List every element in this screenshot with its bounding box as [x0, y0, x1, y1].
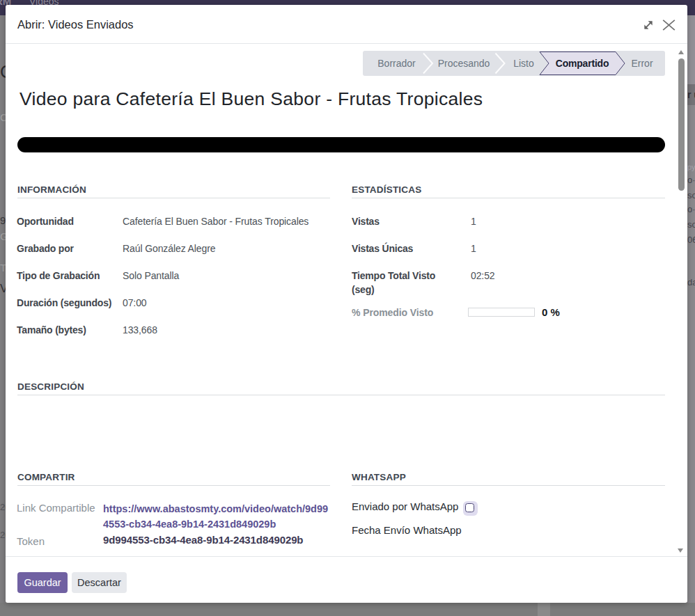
- svg-text:Borrador: Borrador: [377, 58, 416, 69]
- svg-text:Compartido: Compartido: [556, 58, 609, 69]
- svg-text:Listo: Listo: [513, 58, 534, 69]
- svg-text:Error: Error: [631, 58, 653, 69]
- svg-text:Procesando: Procesando: [438, 58, 490, 69]
